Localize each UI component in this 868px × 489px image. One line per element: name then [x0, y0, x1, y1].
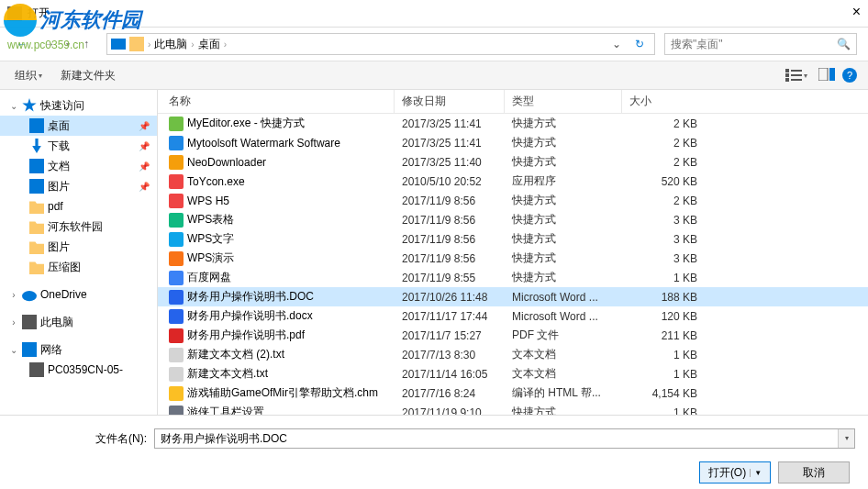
file-size: 1 KB	[622, 349, 705, 361]
file-date: 2017/11/7 15:27	[395, 329, 505, 342]
up-button[interactable]: ↑	[75, 33, 97, 55]
filename-dropdown[interactable]: ▾	[838, 429, 854, 448]
filename-combo[interactable]: ▾	[154, 428, 855, 449]
sidebar-item-label: OneDrive	[40, 288, 87, 301]
new-folder-button[interactable]: 新建文件夹	[57, 66, 119, 85]
file-name: Mytoolsoft Watermark Software	[187, 137, 340, 150]
file-row[interactable]: WPS H52017/11/9 8:56快捷方式2 KB	[158, 191, 868, 210]
search-box[interactable]: 🔍	[664, 33, 857, 55]
pin-icon: 📌	[139, 121, 150, 131]
file-row[interactable]: Mytoolsoft Watermark Software2017/3/25 1…	[158, 133, 868, 152]
sidebar-pictures[interactable]: 图片📌	[0, 176, 157, 196]
file-row[interactable]: 百度网盘2017/11/9 8:55快捷方式1 KB	[158, 268, 868, 287]
back-button[interactable]: ←	[11, 33, 33, 55]
file-type: 文本文档	[505, 366, 622, 382]
file-date: 2017/7/13 8:30	[395, 349, 505, 361]
filename-input[interactable]	[155, 429, 838, 448]
breadcrumb-item[interactable]: 桌面	[198, 37, 220, 52]
file-size: 3 KB	[622, 252, 705, 265]
sidebar-item-label: pdf	[48, 200, 63, 213]
column-size[interactable]: 大小	[622, 90, 723, 113]
open-button[interactable]: 打开(O)▼	[699, 461, 771, 483]
column-name[interactable]: 名称	[158, 90, 395, 113]
file-icon	[169, 251, 184, 266]
file-row[interactable]: MyEditor.exe - 快捷方式2017/3/25 11:41快捷方式2 …	[158, 114, 868, 133]
sidebar-documents[interactable]: 文档📌	[0, 156, 157, 176]
preview-pane-button[interactable]	[818, 68, 835, 83]
file-type: Microsoft Word ...	[505, 291, 622, 304]
sidebar-network[interactable]: ⌄网络	[0, 339, 157, 360]
chevron-right-icon: ›	[9, 317, 18, 328]
sidebar-pictures2[interactable]: 图片	[0, 237, 157, 257]
sidebar-onedrive[interactable]: ›OneDrive	[0, 284, 157, 305]
sidebar-item-label: 下载	[48, 139, 70, 154]
file-row[interactable]: 游侠工具栏设置2017/11/19 9:10快捷方式1 KB	[158, 403, 868, 415]
file-icon	[169, 348, 184, 362]
file-name: ToYcon.exe	[187, 175, 245, 188]
file-type: PDF 文件	[505, 328, 622, 343]
sidebar-item-label: 河东软件园	[48, 219, 103, 235]
network-icon	[22, 342, 37, 357]
svg-rect-7	[829, 68, 835, 81]
file-icon	[169, 213, 184, 228]
file-size: 1 KB	[622, 272, 705, 284]
sidebar-item-label: PC0359CN-05-	[48, 363, 123, 376]
pc-icon	[29, 362, 44, 377]
file-name: 游侠工具栏设置	[187, 405, 264, 415]
sidebar-pc-node[interactable]: PC0359CN-05-	[0, 360, 157, 380]
file-row[interactable]: 财务用户操作说明书.pdf2017/11/7 15:27PDF 文件211 KB	[158, 326, 868, 345]
file-row[interactable]: 游戏辅助GameOfMir引擎帮助文档.chm2017/7/16 8:24编译的…	[158, 383, 868, 403]
organize-button[interactable]: 组织▾	[11, 66, 46, 85]
file-row[interactable]: WPS表格2017/11/9 8:56快捷方式3 KB	[158, 210, 868, 229]
breadcrumb-dropdown[interactable]: ⌄	[608, 38, 625, 50]
column-type[interactable]: 类型	[505, 90, 622, 113]
sidebar-this-pc[interactable]: ›此电脑	[0, 312, 157, 332]
sidebar-pdf[interactable]: pdf	[0, 196, 157, 217]
file-size: 211 KB	[622, 329, 705, 342]
file-row[interactable]: 财务用户操作说明书.docx2017/11/17 17:44Microsoft …	[158, 306, 868, 326]
file-date: 2017/10/26 11:48	[395, 291, 505, 304]
file-date: 2017/11/9 8:56	[395, 233, 505, 246]
column-date[interactable]: 修改日期	[395, 90, 505, 113]
file-type: 快捷方式	[505, 212, 622, 228]
sidebar-desktop[interactable]: 桌面📌	[0, 116, 157, 136]
file-type: 快捷方式	[505, 135, 622, 150]
file-row[interactable]: ToYcon.exe2010/5/10 20:52应用程序520 KB	[158, 172, 868, 191]
file-row[interactable]: 新建文本文档 (2).txt2017/7/13 8:30文本文档1 KB	[158, 345, 868, 364]
folder-icon	[29, 239, 44, 254]
file-date: 2017/11/17 17:44	[395, 310, 505, 323]
refresh-button[interactable]: ↻	[629, 38, 651, 50]
file-name: WPS表格	[187, 212, 234, 228]
history-dropdown[interactable]: ▾	[66, 40, 70, 49]
search-icon[interactable]: 🔍	[837, 38, 851, 50]
sidebar-item-label: 图片	[48, 179, 70, 194]
sidebar-item-label: 快速访问	[40, 98, 84, 114]
search-input[interactable]	[671, 38, 837, 50]
file-row[interactable]: NeoDownloader2017/3/25 11:40快捷方式2 KB	[158, 152, 868, 172]
sidebar-quick-access[interactable]: ⌄快速访问	[0, 95, 157, 116]
file-size: 1 KB	[622, 406, 705, 416]
file-row[interactable]: WPS文字2017/11/9 8:56快捷方式3 KB	[158, 229, 868, 249]
view-options-button[interactable]: ▾	[782, 67, 811, 83]
file-name: NeoDownloader	[187, 156, 266, 169]
sidebar-thumbs[interactable]: 压缩图	[0, 257, 157, 277]
file-row[interactable]: 财务用户操作说明书.DOC2017/10/26 11:48Microsoft W…	[158, 287, 868, 306]
chevron-right-icon: ›	[148, 39, 150, 50]
close-button[interactable]: ×	[852, 4, 861, 20]
help-button[interactable]: ?	[842, 68, 857, 83]
file-list-body[interactable]: MyEditor.exe - 快捷方式2017/3/25 11:41快捷方式2 …	[158, 114, 868, 415]
breadcrumb[interactable]: › 此电脑 › 桌面 › ⌄ ↻	[106, 33, 655, 55]
file-icon	[169, 328, 184, 343]
breadcrumb-item[interactable]: 此电脑	[154, 37, 187, 52]
app-icon	[7, 6, 22, 21]
cancel-button[interactable]: 取消	[778, 461, 850, 483]
file-size: 120 KB	[622, 310, 705, 323]
file-size: 2 KB	[622, 156, 705, 169]
sidebar-downloads[interactable]: 下载📌	[0, 136, 157, 156]
sidebar-hedong[interactable]: 河东软件园	[0, 217, 157, 237]
file-type: 快捷方式	[505, 154, 622, 170]
file-row[interactable]: WPS演示2017/11/9 8:56快捷方式3 KB	[158, 249, 868, 268]
picture-icon	[29, 179, 44, 194]
file-row[interactable]: 新建文本文档.txt2017/11/14 16:05文本文档1 KB	[158, 364, 868, 383]
filename-label: 文件名(N):	[95, 431, 147, 447]
